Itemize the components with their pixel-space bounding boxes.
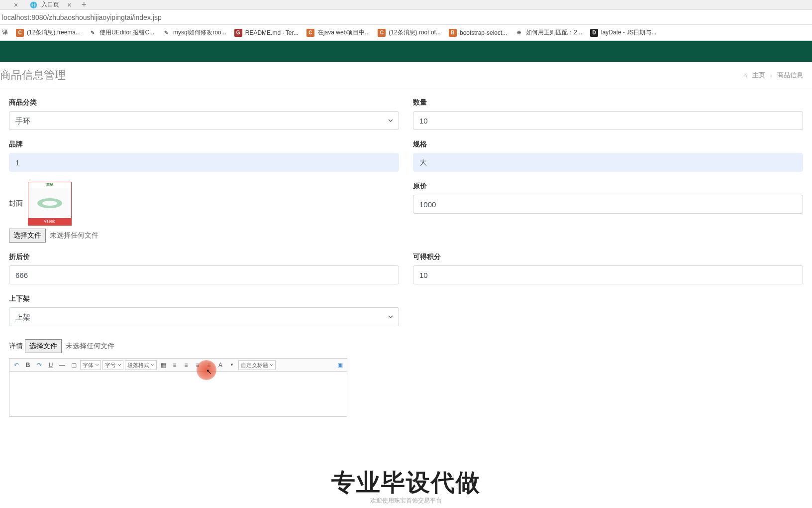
- new-tab-button[interactable]: +: [77, 0, 91, 10]
- bold-icon[interactable]: B: [23, 360, 33, 370]
- bookmark-label: 译: [2, 28, 8, 37]
- bookmark-label: layDate - JS日期与...: [601, 28, 656, 37]
- no-file-text-details: 未选择任何文件: [62, 340, 118, 353]
- bookmark-label: (12条消息) freema...: [27, 28, 81, 37]
- breadcrumb-current: 商品信息: [777, 71, 803, 80]
- align-justify-icon[interactable]: ≡: [204, 360, 214, 370]
- bookmark-icon: C: [306, 29, 314, 37]
- page-header: 商品信息管理 ⌂ 主页 › 商品信息: [0, 62, 812, 89]
- bookmark-icon: G: [234, 29, 242, 37]
- bookmark-item[interactable]: ✎ mysql如何修改roo...: [162, 28, 226, 37]
- bookmark-item[interactable]: ✎ 使用UEditor 报错C...: [89, 28, 154, 37]
- bookmark-item[interactable]: C (12条消息) root of...: [378, 28, 441, 37]
- bookmark-item[interactable]: B bootstrap-select...: [449, 29, 507, 37]
- bookmark-icon: ❋: [515, 29, 523, 37]
- bookmark-icon: ✎: [89, 29, 97, 37]
- breadcrumb-home[interactable]: 主页: [752, 71, 765, 80]
- dropdown-icon[interactable]: ▼: [227, 360, 237, 370]
- paragraph-select[interactable]: 段落格式: [125, 360, 157, 370]
- bookmark-item[interactable]: 译: [2, 28, 8, 37]
- quantity-input[interactable]: [413, 111, 803, 130]
- align-left-icon[interactable]: ≡: [170, 360, 180, 370]
- undo-icon[interactable]: ↶: [11, 360, 21, 370]
- discount-price-label: 折后价: [9, 253, 399, 261]
- browser-tabs: × 🌐 入口页 × +: [0, 0, 812, 10]
- redo-icon[interactable]: ↷: [34, 360, 44, 370]
- bookmark-label: (12条消息) root of...: [389, 28, 441, 37]
- bookmark-label: 如何用正则匹配：2...: [526, 28, 582, 37]
- original-price-label: 原价: [413, 182, 803, 191]
- font-color-icon[interactable]: A: [215, 360, 225, 370]
- editor-toolbar: ↶ B ↷ U — ▢ 字体 字号 段落格式 ▦ ≡ ≡ ≡ ≡ A ▼ 自定义…: [9, 359, 347, 372]
- cover-image-header: 翡翠: [28, 182, 71, 188]
- quantity-label: 数量: [413, 98, 803, 107]
- brand-label: 品牌: [9, 140, 399, 149]
- bookmark-item[interactable]: ❋ 如何用正则匹配：2...: [515, 28, 582, 37]
- bookmark-icon: C: [378, 29, 386, 37]
- align-right-icon[interactable]: ≡: [193, 360, 203, 370]
- browser-tab-2[interactable]: 🌐 入口页 ×: [24, 0, 77, 10]
- bookmark-item[interactable]: D layDate - JS日期与...: [590, 28, 656, 37]
- cover-image-preview: 翡翠 ¥1960: [28, 182, 72, 226]
- brand-input[interactable]: [9, 153, 399, 172]
- font-family-select[interactable]: 字体: [80, 360, 101, 370]
- close-icon[interactable]: ×: [67, 1, 71, 9]
- address-bar: [0, 10, 812, 25]
- details-label: 详情: [9, 342, 23, 350]
- bookmark-icon: C: [16, 29, 24, 37]
- browser-tab-1[interactable]: ×: [4, 0, 24, 10]
- form-content: 商品分类 手环 数量 品牌 规格 封面 翡翠: [0, 89, 812, 426]
- bookmark-item[interactable]: G README.md · Ter...: [234, 29, 299, 37]
- bookmark-label: mysql如何修改roo...: [173, 28, 226, 37]
- bookmark-label: 在java web项目中...: [317, 28, 370, 37]
- cover-label: 封面: [9, 199, 23, 208]
- discount-price-input[interactable]: [9, 265, 399, 284]
- bookmark-icon: B: [449, 29, 457, 37]
- custom-title-select[interactable]: 自定义标题: [238, 360, 276, 370]
- fullscreen-icon[interactable]: ▣: [335, 360, 345, 370]
- choose-file-button-details[interactable]: 选择文件: [25, 339, 62, 353]
- close-icon[interactable]: ×: [14, 1, 18, 9]
- chevron-right-icon: ›: [770, 72, 772, 79]
- align-center-icon[interactable]: ≡: [181, 360, 191, 370]
- bookmark-item[interactable]: C (12条消息) freema...: [16, 28, 81, 37]
- points-input[interactable]: [413, 265, 803, 284]
- bookmark-label: bootstrap-select...: [460, 29, 507, 36]
- font-size-select[interactable]: 字号: [102, 360, 123, 370]
- status-select[interactable]: 上架: [9, 307, 399, 326]
- app-header-bar: [0, 41, 812, 62]
- format-clear-icon[interactable]: ▢: [69, 360, 79, 370]
- underline-icon[interactable]: U: [46, 360, 56, 370]
- bookmark-item[interactable]: C 在java web项目中...: [306, 28, 370, 37]
- bookmark-icon: D: [590, 29, 598, 37]
- bookmark-icon: ✎: [162, 29, 170, 37]
- no-file-text: 未选择任何文件: [46, 229, 102, 242]
- jade-ring-icon: [37, 198, 62, 208]
- globe-icon: 🌐: [30, 1, 37, 8]
- tab-title: 入口页: [41, 0, 59, 9]
- rich-text-editor: ↶ B ↷ U — ▢ 字体 字号 段落格式 ▦ ≡ ≡ ≡ ≡ A ▼ 自定义…: [9, 358, 347, 417]
- hr-icon[interactable]: —: [57, 360, 67, 370]
- status-label: 上下架: [9, 294, 399, 303]
- table-icon[interactable]: ▦: [158, 360, 168, 370]
- spec-label: 规格: [413, 140, 803, 149]
- category-label: 商品分类: [9, 98, 399, 107]
- page-title: 商品信息管理: [0, 68, 66, 83]
- editor-body[interactable]: [9, 372, 347, 416]
- breadcrumb: ⌂ 主页 › 商品信息: [743, 71, 803, 80]
- url-input[interactable]: [2, 13, 810, 21]
- bookmark-label: 使用UEditor 报错C...: [100, 28, 154, 37]
- spec-input[interactable]: [413, 153, 803, 172]
- cover-image-price: ¥1960: [28, 218, 71, 225]
- bookmarks-bar: 译 C (12条消息) freema... ✎ 使用UEditor 报错C...…: [0, 25, 812, 41]
- category-select[interactable]: 手环: [9, 111, 399, 130]
- original-price-input[interactable]: [413, 195, 803, 214]
- choose-file-button[interactable]: 选择文件: [9, 229, 46, 243]
- bookmark-label: README.md · Ter...: [245, 29, 299, 36]
- home-icon: ⌂: [743, 72, 747, 79]
- points-label: 可得积分: [413, 253, 803, 261]
